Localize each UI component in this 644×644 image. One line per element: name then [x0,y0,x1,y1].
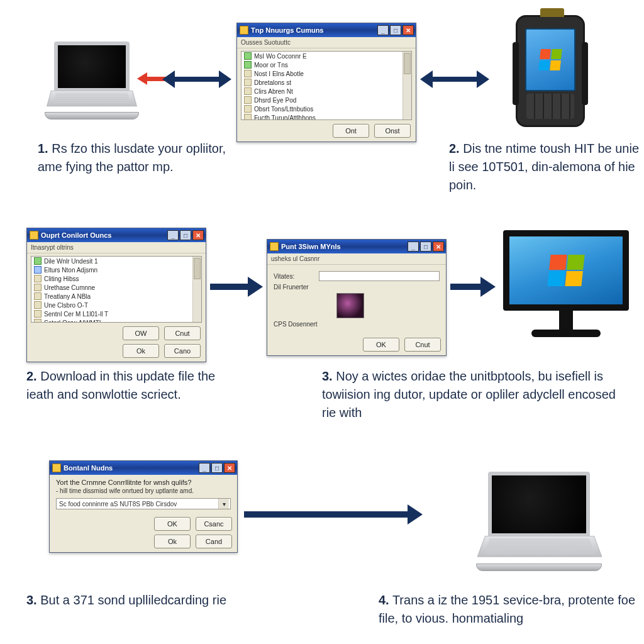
arrow-row3 [244,504,423,525]
dialog-bottom-question: Yort the Crnmne Conrrllitnte for wnsh qu… [50,475,237,487]
dialog-top-subhead: Ousses Suotuuttc [237,37,416,48]
dialog-left: Ouprt Conilort Ouncs _ □ ✕ Itnasrypt olt… [26,228,206,362]
caption-6: 4. Trans a iz the 1951 sevice-bra, prote… [379,591,636,628]
combo-box[interactable]: Sc food conninrre aS NUT8S PBb Cirsdov [56,498,231,509]
arrow-row2-right [450,277,496,297]
dialog-left-ok2-button[interactable]: Ok [123,344,159,358]
maximize-icon[interactable]: □ [180,230,191,240]
app-icon [30,231,38,240]
form-row-3: CPS Dosennert [274,321,440,328]
minimize-icon[interactable]: _ [377,25,389,35]
bi-arrow-right [420,70,489,88]
caption-5: 3. But a 371 sond uplliledcarding rie [26,591,226,609]
dialog-top-title: Tnp Nnuurgs Cumuns [251,26,324,34]
close-icon[interactable]: ✕ [224,463,235,473]
dialog-top-cancel-button[interactable]: Onst [374,124,411,138]
dialog-bottom-title: Bontanl Nudns [64,464,113,472]
dialog-left-cancel2-button[interactable]: Cano [164,344,201,358]
dialog-mid-subhead: usheks ul Casnnr [267,253,446,265]
caption-3: 2. Download in this update file the ieat… [26,367,228,404]
laptop-device-bottom [488,472,602,571]
arrow-row2-left [210,277,263,297]
bi-arrow-left [162,70,231,88]
maximize-icon[interactable]: □ [420,242,431,252]
close-icon[interactable]: ✕ [433,242,444,252]
form-row-2: Dil Frunerter [274,284,440,291]
dialog-mid-ok-button[interactable]: OK [363,338,399,352]
minimize-icon[interactable]: _ [167,230,179,240]
dialog-top-ok-button[interactable]: Ont [333,124,369,138]
minimize-icon[interactable]: _ [408,242,419,252]
dialog-left-subhead: Itnasrypt oltrins [27,242,206,253]
laptop-device-top [54,42,139,119]
dialog-mid-cancel-button[interactable]: Cnut [404,338,441,352]
dialog-bottom-cancel1-button[interactable]: Csanc [196,517,232,531]
app-icon [240,26,248,35]
dialog-left-list[interactable]: Dile Wnlr Undesit 1 Elturs Nton Adjsmn C… [31,256,202,323]
dialog-left-titlebar[interactable]: Ouprt Conilort Ouncs _ □ ✕ [27,228,206,242]
scrollbar[interactable] [192,257,201,322]
caption-4: 3. Noy a wictes oridae the unitbptools, … [322,367,618,422]
dialog-left-ok1-button[interactable]: OW [123,326,159,340]
close-icon[interactable]: ✕ [402,25,414,35]
dialog-left-title: Ouprt Conilort Ouncs [41,231,111,239]
maximize-icon[interactable]: □ [211,463,223,473]
close-icon[interactable]: ✕ [192,230,204,240]
dialog-mid: Punt 3Siwn MYnls _ □ ✕ usheks ul Casnnr … [267,239,447,356]
dialog-mid-title: Punt 3Siwn MYnls [281,243,341,250]
rugged-handheld [516,15,585,127]
dialog-left-cancel1-button[interactable]: Cnut [164,326,201,340]
desktop-monitor [503,230,629,337]
dialog-bottom-ok1-button[interactable]: OK [154,517,191,531]
dialog-bottom-titlebar[interactable]: Bontanl Nudns _ □ ✕ [50,461,237,475]
scrollbar[interactable] [402,52,411,119]
maximize-icon[interactable]: □ [390,25,401,35]
dialog-top: Tnp Nnuurgs Cumuns _ □ ✕ Ousses Suotuutt… [236,23,416,142]
dialog-bottom-ok2-button[interactable]: Ok [154,535,191,548]
minimize-icon[interactable]: _ [199,463,210,473]
dialog-bottom: Bontanl Nudns _ □ ✕ Yort the Crnmne Conr… [49,460,238,553]
text-input[interactable] [319,271,440,281]
dialog-mid-titlebar[interactable]: Punt 3Siwn MYnls _ □ ✕ [267,240,446,253]
dialog-bottom-subtext: - hill time dissmisd wife onrtued bry up… [50,487,237,497]
app-icon [52,464,61,472]
caption-2: 2. Dis tne ntime toush HIT be unie li se… [449,140,644,194]
dialog-top-list[interactable]: MsI Wo Coconnr E Moor or Tns Nost I Elns… [241,51,412,120]
preview-thumbnail [336,293,364,318]
dialog-bottom-cancel2-button[interactable]: Cand [196,535,232,548]
app-icon [270,242,279,251]
caption-1: 1. Rs fzo this lusdate your opliitor, am… [38,140,252,176]
form-row-1: Vitates: [274,271,440,281]
dialog-top-titlebar[interactable]: Tnp Nnuurgs Cumuns _ □ ✕ [237,23,416,37]
